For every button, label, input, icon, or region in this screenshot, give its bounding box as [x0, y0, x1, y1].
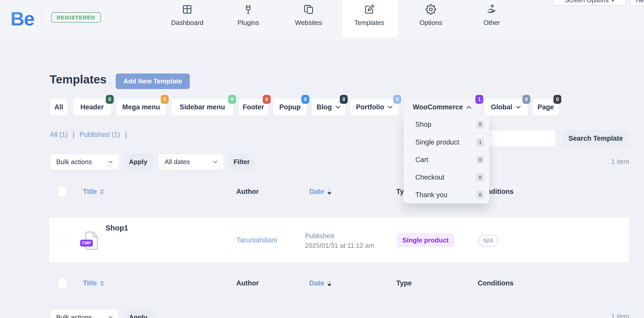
- filter-chip-portfolio[interactable]: Portfolio 0: [350, 99, 399, 116]
- view-count-all-value: (1): [60, 131, 68, 138]
- chip-label: Popup: [279, 103, 301, 111]
- bulk-actions-select[interactable]: Bulk actions: [50, 154, 119, 170]
- bulk-actions-value: Bulk actions: [56, 313, 92, 318]
- template-edit-icon: [364, 4, 375, 16]
- nav-item-other[interactable]: Other: [469, 4, 514, 27]
- dropdown-caret-icon: ▾: [612, 0, 614, 4]
- woo-dropdown-item-shop[interactable]: Shop 0: [404, 116, 489, 133]
- nav-label: Other: [483, 19, 500, 27]
- apply-button-bottom[interactable]: Apply: [123, 309, 153, 318]
- row-author-link[interactable]: Taruntahiliani: [237, 236, 277, 244]
- dropdown-item-count: 0: [476, 173, 484, 182]
- row-date: 2025/01/31 at 11:12 am: [305, 241, 374, 250]
- sort-arrows-icon: [327, 281, 331, 286]
- add-new-template-button[interactable]: Add New Template: [116, 74, 190, 89]
- page-title: Templates: [50, 73, 107, 86]
- column-footer-type: Type: [396, 279, 412, 287]
- filter-chip-woocommerce[interactable]: WooCommerce 1: [404, 99, 481, 116]
- woo-dropdown-item-single-product[interactable]: Single product 1: [404, 133, 489, 151]
- filter-chip-popup[interactable]: Popup 0: [273, 99, 307, 116]
- filter-chip-sidebar-menu[interactable]: Sidebar menu 0: [171, 99, 233, 116]
- dropdown-item-count: 1: [476, 138, 484, 147]
- filter-chip-mega-menu[interactable]: Mega menu 0: [116, 99, 166, 116]
- chevron-down-icon: [213, 161, 217, 163]
- chip-label: All: [54, 103, 63, 111]
- column-footer-title[interactable]: Title: [83, 279, 104, 287]
- filter-chip-header[interactable]: Header 0: [73, 99, 111, 116]
- item-count: 1 item: [611, 158, 629, 166]
- sort-arrows-icon: [327, 189, 331, 195]
- row-date-cell: Published 2025/01/31 at 11:12 am: [305, 231, 374, 250]
- nav-item-dashboard[interactable]: Dashboard: [165, 4, 210, 27]
- help-button[interactable]: Help: [629, 0, 644, 6]
- column-label: Author: [236, 279, 259, 287]
- select-all-checkbox[interactable]: [58, 186, 67, 197]
- view-link-published[interactable]: Published: [80, 131, 110, 138]
- filter-chip-global[interactable]: Global 0: [484, 99, 528, 116]
- column-label: Title: [83, 279, 97, 287]
- chip-count-badge: 0: [106, 95, 114, 104]
- chip-count-badge: 0: [553, 95, 561, 104]
- chip-count-badge: 1: [475, 95, 483, 104]
- plug-icon: [243, 4, 254, 16]
- woo-dropdown-item-cart[interactable]: Cart 0: [404, 151, 489, 168]
- nav-item-websites[interactable]: Websites: [286, 4, 331, 27]
- filter-chip-footer[interactable]: Footer 0: [239, 99, 268, 116]
- chip-label: Sidebar menu: [180, 103, 225, 111]
- column-footer-date[interactable]: Date: [309, 279, 331, 287]
- view-link-all[interactable]: All: [50, 131, 57, 138]
- select-all-checkbox-bottom[interactable]: [58, 278, 67, 289]
- column-label: Author: [236, 188, 259, 196]
- column-label: Conditions: [478, 279, 514, 287]
- filter-button[interactable]: Filter: [228, 154, 255, 170]
- woo-dropdown-item-checkout[interactable]: Checkout 0: [404, 168, 489, 186]
- gear-icon: [426, 4, 436, 16]
- logo-divider: [41, 7, 41, 28]
- nav-label: Plugins: [237, 19, 259, 27]
- chip-count-badge: 0: [340, 95, 348, 104]
- bulk-actions-value: Bulk actions: [56, 158, 92, 166]
- chevron-down-icon: [108, 161, 113, 163]
- chevron-down-icon: [335, 106, 341, 109]
- row-conditions-pill: N/A: [478, 235, 498, 247]
- filter-chip-blog[interactable]: Blog 0: [312, 99, 345, 116]
- nav-label: Websites: [295, 19, 322, 27]
- row-checkbox[interactable]: [58, 235, 67, 245]
- registered-badge: REGISTERED: [51, 12, 101, 23]
- filter-chip-page[interactable]: Page 0: [533, 99, 559, 116]
- dropdown-item-count: 0: [476, 155, 484, 164]
- nav-item-templates[interactable]: Templates: [347, 4, 392, 27]
- row-type-badge: Single product: [397, 233, 455, 247]
- sort-arrows-icon: [100, 189, 104, 195]
- nav-item-plugins[interactable]: Plugins: [226, 4, 271, 27]
- column-header-author: Author: [236, 188, 259, 196]
- chip-count-badge: 0: [228, 95, 236, 104]
- filter-chip-all[interactable]: All: [50, 99, 68, 116]
- view-count-published-value: (1): [112, 131, 120, 138]
- chip-label: WooCommerce: [413, 103, 463, 111]
- column-label: Title: [83, 188, 97, 196]
- chevron-down-icon: [108, 316, 113, 318]
- screen-options-label: Screen Options: [565, 0, 608, 4]
- separator: |: [73, 131, 75, 138]
- row-title-link[interactable]: Shop1: [106, 224, 128, 232]
- dropdown-item-label: Thank you: [415, 191, 447, 199]
- nav-item-options[interactable]: Options: [408, 4, 453, 27]
- help-label: Help: [636, 0, 644, 4]
- column-footer-author: Author: [236, 279, 259, 287]
- nav-label: Options: [419, 19, 442, 27]
- chip-label: Page: [537, 103, 554, 111]
- search-template-button[interactable]: Search Template: [562, 130, 629, 147]
- screen-options-button[interactable]: Screen Options ▾: [553, 0, 626, 6]
- separator: |: [125, 131, 127, 138]
- bulk-actions-select-bottom[interactable]: Bulk actions: [50, 309, 119, 318]
- dropdown-item-label: Checkout: [415, 174, 444, 181]
- all-dates-select[interactable]: All dates: [158, 154, 224, 170]
- chip-label: Footer: [243, 103, 264, 111]
- chip-label: Header: [80, 103, 104, 111]
- column-header-title[interactable]: Title: [83, 188, 104, 196]
- column-label: Date: [309, 188, 324, 196]
- column-header-date[interactable]: Date: [309, 188, 331, 196]
- woo-dropdown-item-thank-you[interactable]: Thank you 0: [404, 186, 489, 204]
- apply-button[interactable]: Apply: [123, 154, 153, 170]
